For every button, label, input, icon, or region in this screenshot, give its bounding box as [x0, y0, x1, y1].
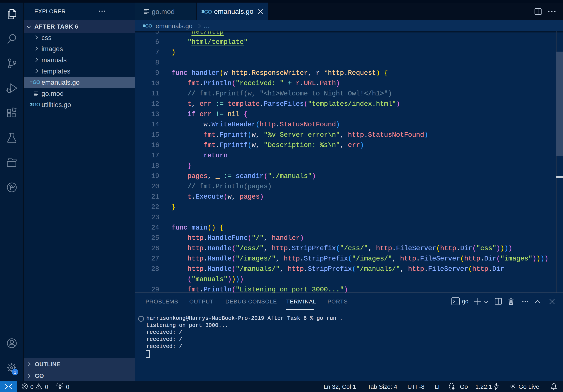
svg-text:1: 1	[14, 370, 16, 375]
svg-text:GO: GO	[145, 23, 152, 29]
svg-text:GO: GO	[33, 79, 40, 85]
svg-text:GO: GO	[33, 102, 40, 107]
svg-text:GO: GO	[204, 9, 212, 15]
